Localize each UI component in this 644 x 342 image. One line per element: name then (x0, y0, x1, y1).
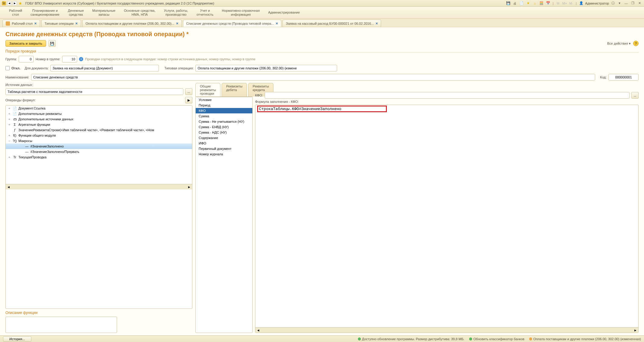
tab[interactable]: Списание денежных средств (Проводка типо… (183, 20, 281, 27)
list-item[interactable]: Содержание (196, 135, 252, 141)
save-close-button[interactable]: Записать и закрыть (5, 40, 46, 47)
m-icon[interactable]: M (555, 1, 561, 6)
dot-green-icon (469, 337, 472, 340)
close-icon[interactable]: × (34, 21, 37, 26)
for-doc-input[interactable] (50, 65, 159, 71)
nav-admin[interactable]: Администрирование (268, 11, 300, 14)
code-input[interactable] (608, 74, 639, 81)
nav-planning[interactable]: Планирование и санкционирование (30, 9, 59, 17)
tree-node-icon: ƒ (12, 128, 17, 132)
typop-input[interactable] (195, 65, 337, 71)
nav-cash[interactable]: Денежные средства (68, 9, 84, 17)
tree-toggle-icon[interactable]: + (8, 123, 11, 126)
list-item[interactable]: Сумма (196, 113, 252, 119)
tree-toggle-icon[interactable]: + (8, 106, 11, 110)
calendar-icon[interactable]: 📅 (545, 1, 551, 6)
app-title: ГОБУ ВПО Университет искусств (Субсидия)… (24, 2, 504, 5)
kfo-input[interactable] (265, 92, 630, 99)
minimize-icon[interactable]: — (623, 1, 629, 6)
formula-box[interactable]: СтрокаТаблицы.КФО#ЗначениеЗаполнено ◄► (255, 105, 639, 333)
list-item[interactable]: ИФО (196, 141, 252, 146)
info-icon[interactable]: ⓘ (610, 1, 616, 6)
num-label: Номер в группе: (36, 57, 60, 61)
dot-orange-icon (529, 337, 532, 340)
list-item[interactable]: Первичный документ (196, 146, 252, 151)
insert-operand-button[interactable]: ▶ (185, 97, 192, 103)
tree-hscroll[interactable]: ◄► (6, 184, 192, 189)
tree-toggle-icon[interactable]: + (8, 155, 11, 159)
tree-toggle-icon[interactable]: − (8, 139, 11, 143)
datasource-select-button[interactable]: ... (185, 88, 192, 95)
tree-row[interactable]: —#ЗначениеЗаполнено (6, 144, 192, 149)
close-icon[interactable]: × (75, 21, 78, 26)
tree-row[interactable]: −?()Макросы (6, 138, 192, 144)
tab[interactable]: Заявка на кассовый расход БУ00-000021 от… (283, 20, 381, 27)
favorite-icon[interactable]: ★ (526, 1, 531, 6)
nav-materials[interactable]: Материальные запасы (92, 9, 115, 17)
list-item[interactable]: Сумма - НДС (НУ) (196, 130, 252, 135)
close-icon[interactable]: × (276, 21, 278, 26)
close-icon[interactable]: × (176, 21, 178, 26)
subtab-common[interactable]: Общие реквизиты проводки (195, 83, 220, 97)
m-minus-icon[interactable]: M- (569, 1, 574, 6)
print-icon[interactable]: 🖨 (512, 1, 518, 6)
close-icon[interactable]: × (376, 21, 378, 26)
list-item[interactable]: Сумма - Не учитывается (НУ) (196, 119, 252, 124)
requisite-list[interactable]: УсловиеПериодКФОСуммаСумма - Не учитывае… (195, 97, 253, 333)
nav-services[interactable]: Услуги, работы, производство (164, 9, 188, 17)
save-icon[interactable]: 💾 (506, 1, 511, 6)
list-item[interactable]: Сумма - ЕНВД (НУ) (196, 124, 252, 130)
nav-fwd-icon[interactable]: ► (13, 1, 17, 5)
nav-desktop[interactable]: Рабочий стол (9, 9, 22, 17)
tree-row[interactable]: +📄Дополнительные реквизиты (6, 111, 192, 116)
history-button[interactable]: История... (3, 336, 31, 342)
tree-node-label: ЗначениеРеквизитаСтроки(<Имя табличной ч… (18, 128, 154, 132)
group-input[interactable] (19, 56, 34, 62)
list-item[interactable]: Период (196, 103, 252, 108)
tab[interactable]: Оплата поставщикам и другие платежи (206… (82, 20, 182, 27)
tree-row[interactable]: —#ЗначениеЗаполнено/Прервать (6, 149, 192, 154)
datasource-input[interactable] (5, 88, 183, 95)
operands-tree[interactable]: +📄Документ.Ссылка+📄Дополнительные реквиз… (5, 105, 192, 309)
formula-hscroll[interactable]: ◄► (255, 327, 638, 333)
name-input[interactable] (31, 74, 595, 81)
dropdown-icon[interactable]: ▾ (617, 1, 622, 6)
calc-icon[interactable]: 🧮 (539, 1, 544, 6)
nav-accounting[interactable]: Учет и отчетность (197, 9, 213, 17)
m-plus-icon[interactable]: M+ (562, 1, 567, 6)
tree-toggle-icon[interactable]: + (8, 112, 11, 116)
off-checkbox[interactable] (5, 66, 10, 70)
tab[interactable]: Рабочий стол× (2, 20, 40, 27)
tree-row[interactable]: ƒЗначениеРеквизитаСтроки(<Имя табличной … (6, 127, 192, 133)
status-update[interactable]: Доступно обновление программы. Размер ди… (358, 337, 465, 341)
num-input[interactable] (62, 56, 77, 62)
maximize-icon[interactable]: ❐ (630, 1, 636, 6)
list-item[interactable]: Номер журнала (196, 151, 252, 157)
nav-back-icon[interactable]: ◄ (7, 1, 11, 5)
tree-toggle-icon[interactable]: + (8, 134, 11, 137)
nav-reference[interactable]: Нормативно-справочная информация (222, 9, 260, 17)
all-actions-link[interactable]: Все действия ▾ (607, 42, 631, 46)
home-icon[interactable]: ⌂ (532, 1, 538, 6)
nav-assets[interactable]: Основные средства, НМА, НПА (124, 9, 156, 17)
save-icon-button[interactable]: 💾 (49, 40, 56, 47)
formula-text[interactable]: СтрокаТаблицы.КФО#ЗначениеЗаполнено (257, 106, 637, 112)
tree-toggle-icon[interactable]: + (8, 117, 11, 121)
list-item[interactable]: Условие (196, 97, 252, 103)
tree-row[interactable]: +ΣАгрегатные функции (6, 122, 192, 127)
tree-row[interactable]: +f()Функции общего модуля (6, 133, 192, 138)
status-payment[interactable]: Оплата поставщикам и другие платежи (206… (529, 337, 641, 341)
tab[interactable]: Типовые операции× (41, 20, 81, 27)
kfo-select-button[interactable]: ... (631, 92, 639, 99)
kfo-label: КФО: (255, 93, 263, 97)
doc-icon[interactable]: 📄 (519, 1, 524, 6)
tree-row[interactable]: +📄Документ.Ссылка (6, 106, 192, 111)
help-icon[interactable]: ? (633, 41, 639, 46)
status-bank[interactable]: Обновить классификатор банков (469, 337, 524, 341)
subtab-debit[interactable]: Реквизиты дебета (222, 83, 247, 97)
tree-row[interactable]: +TrТекущаяПроводка (6, 154, 192, 160)
list-item[interactable]: КФО (196, 108, 252, 113)
tree-row[interactable]: +🗃Дополнительные источники данных (6, 116, 192, 122)
close-window-icon[interactable]: ✕ (637, 1, 642, 6)
star-icon[interactable]: ★ (18, 1, 22, 5)
